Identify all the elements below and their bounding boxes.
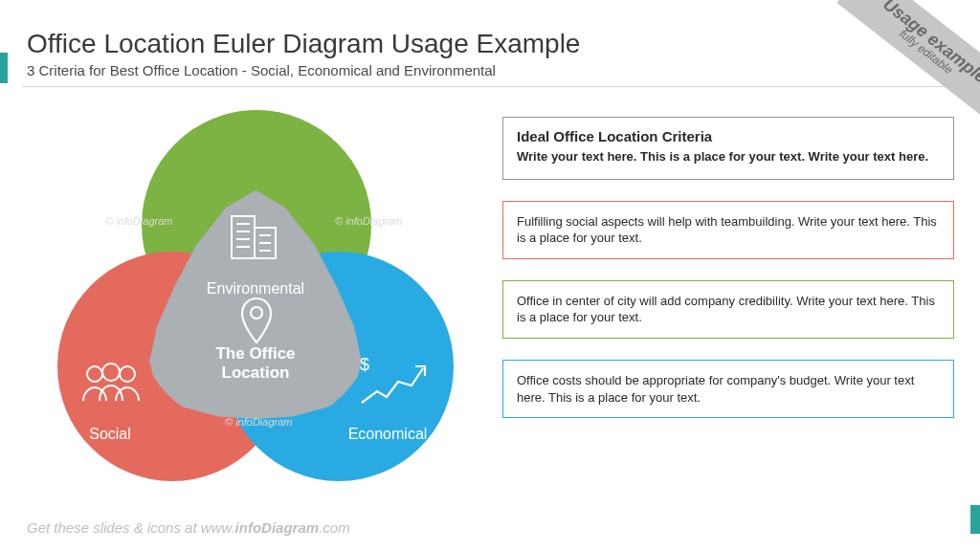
watermark: © infoDiagram bbox=[225, 416, 292, 428]
footer-brand: infoDiagram bbox=[235, 519, 320, 536]
label-environmental: Environmental bbox=[184, 280, 327, 298]
svg-point-10 bbox=[102, 364, 120, 381]
accent-right bbox=[970, 505, 980, 534]
footer: Get these slides & icons at www.infoDiag… bbox=[27, 519, 350, 536]
svg-point-9 bbox=[87, 366, 102, 382]
svg-point-13 bbox=[251, 307, 262, 319]
page-subtitle: 3 Criteria for Best Office Location - So… bbox=[27, 62, 953, 78]
pin-icon bbox=[237, 297, 276, 348]
watermark: © infoDiagram bbox=[335, 215, 402, 227]
footer-post: .com bbox=[319, 519, 350, 536]
box-economical[interactable]: Office costs should be appropriate for c… bbox=[502, 360, 954, 418]
box-social[interactable]: Fulfilling social aspects will help with… bbox=[502, 201, 954, 259]
building-icon bbox=[222, 201, 289, 272]
footer-pre: Get these slides & icons at www. bbox=[27, 519, 235, 536]
label-social: Social bbox=[38, 426, 182, 443]
text-boxes: Ideal Office Location Criteria Write you… bbox=[502, 117, 954, 439]
box-main[interactable]: Ideal Office Location Criteria Write you… bbox=[502, 117, 954, 180]
box-main-sub: Write your text here. This is a place fo… bbox=[517, 148, 940, 165]
divider bbox=[22, 86, 958, 87]
growth-chart-icon: $ bbox=[356, 357, 433, 418]
box-main-title: Ideal Office Location Criteria bbox=[517, 127, 940, 146]
watermark: © infoDiagram bbox=[105, 215, 172, 227]
svg-point-11 bbox=[120, 366, 135, 382]
page-title: Office Location Euler Diagram Usage Exam… bbox=[27, 29, 953, 59]
euler-diagram: © infoDiagram © infoDiagram © infoDiagra… bbox=[19, 110, 488, 512]
content: © infoDiagram © infoDiagram © infoDiagra… bbox=[0, 105, 980, 507]
box-environment[interactable]: Office in center of city will add compan… bbox=[502, 280, 954, 339]
label-economical: Economical bbox=[316, 426, 459, 443]
svg-text:$: $ bbox=[360, 357, 369, 374]
svg-rect-0 bbox=[232, 216, 255, 258]
people-icon bbox=[78, 359, 145, 416]
label-center: The Office Location bbox=[184, 344, 327, 382]
header: Office Location Euler Diagram Usage Exam… bbox=[0, 0, 980, 78]
accent-left bbox=[0, 53, 8, 83]
